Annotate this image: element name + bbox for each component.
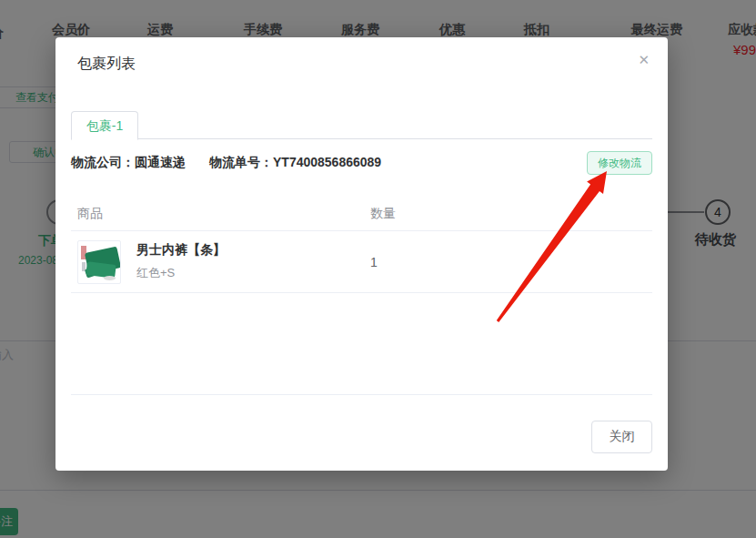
logistics-row: 物流公司：圆通速递物流单号：YT7400856866089 修改物流 (71, 150, 652, 176)
package-tabbar: 包裹-1 (71, 111, 652, 139)
close-dialog-button[interactable]: 关闭 (591, 421, 652, 453)
order-detail-page: { "background": { "header_columns": ["会员… (0, 0, 756, 538)
product-image-shadow (104, 276, 116, 280)
tab-package-1[interactable]: 包裹-1 (71, 111, 138, 140)
product-image (77, 240, 121, 284)
product-spec: 红色+S (136, 265, 226, 281)
package-items-table: 商品 数量 男士内裤【条】 红色+S 1 (71, 197, 652, 395)
product-info: 男士内裤【条】 红色+S (136, 242, 226, 281)
product-name: 男士内裤【条】 (136, 242, 226, 259)
product-cell: 男士内裤【条】 红色+S (71, 240, 368, 284)
table-row: 男士内裤【条】 红色+S 1 (71, 231, 652, 293)
tracking-number-label: 物流单号： (209, 155, 273, 169)
close-icon[interactable]: ✕ (634, 48, 653, 72)
package-list-dialog: 包裹列表 ✕ 包裹-1 物流公司：圆通速递物流单号：YT740085686608… (55, 37, 668, 471)
table-header-product: 商品 (71, 206, 368, 222)
table-header-quantity: 数量 (368, 206, 652, 222)
table-header-row: 商品 数量 (71, 197, 652, 231)
logistics-company-label: 物流公司： (71, 155, 135, 169)
tracking-number-value: YT7400856866089 (273, 155, 381, 169)
dialog-title: 包裹列表 (77, 55, 136, 74)
table-empty-area (71, 293, 652, 395)
edit-logistics-button[interactable]: 修改物流 (587, 151, 652, 175)
logistics-info: 物流公司：圆通速递物流单号：YT7400856866089 (71, 155, 381, 171)
logistics-company-value: 圆通速递 (135, 155, 186, 169)
product-quantity: 1 (368, 255, 652, 269)
